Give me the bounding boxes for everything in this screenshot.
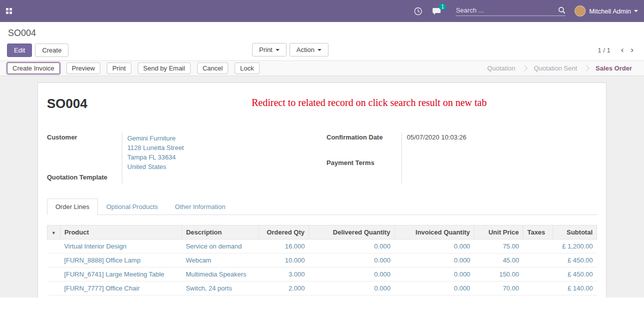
confirmation-date-value: 05/07/2020 10:03:26 (401, 132, 597, 158)
cell-unit_price[interactable]: 150.00 (474, 268, 523, 282)
print-label: Print (259, 46, 273, 54)
cell-invoiced_qty[interactable]: 0.000 (394, 240, 474, 254)
cell-product[interactable]: [FURN_8888] Office Lamp (60, 254, 182, 268)
column-toggle-header[interactable]: ▼ (47, 226, 60, 240)
cell-unit_price[interactable]: 75.00 (474, 240, 523, 254)
order-line-row[interactable]: [FURN_7777] Office ChairSwitch, 24 ports… (47, 282, 597, 296)
center-actions: Print Action (252, 43, 328, 56)
quotation-template-value[interactable] (122, 172, 318, 184)
cell-description[interactable]: Service on demand (182, 240, 259, 254)
cell-taxes[interactable] (523, 254, 553, 268)
cell-product[interactable]: [FURN_6741] Large Meeting Table (60, 268, 182, 282)
action-label: Action (297, 46, 315, 54)
activities-clock-icon[interactable] (414, 7, 422, 16)
payment-terms-label: Payment Terms (326, 158, 401, 184)
header-product[interactable]: Product (60, 226, 182, 240)
cell-description[interactable]: Multimedia Speakers (182, 268, 259, 282)
cell-delivered_qty[interactable]: 0.000 (309, 254, 395, 268)
tab-order-lines[interactable]: Order Lines (47, 198, 98, 215)
customer-street[interactable]: 1128 Lunetta Street (127, 143, 318, 152)
row-handle (47, 254, 60, 268)
order-line-row[interactable]: Virtual Interior DesignService on demand… (47, 240, 597, 254)
cell-delivered_qty[interactable]: 0.000 (309, 240, 395, 254)
preview-button[interactable]: Preview (66, 62, 100, 74)
field-group-right: Confirmation Date 05/07/2020 10:03:26 Pa… (326, 132, 597, 184)
cell-ordered_qty[interactable]: 3.000 (259, 268, 309, 282)
edit-button[interactable]: Edit (7, 44, 32, 57)
messages-icon[interactable]: 1 (432, 7, 442, 16)
cell-delivered_qty[interactable]: 0.000 (309, 268, 395, 282)
header-taxes[interactable]: Taxes (523, 226, 553, 240)
cell-unit_price[interactable]: 70.00 (474, 282, 523, 296)
cell-subtotal[interactable]: £ 140.00 (553, 282, 597, 296)
header-delivered-qty[interactable]: Delivered Quantity (309, 226, 395, 240)
row-handle (47, 282, 60, 296)
status-quotation-sent[interactable]: Quotation Sent (526, 64, 585, 72)
chevron-down-icon (318, 49, 322, 51)
create-invoice-button[interactable]: Create Invoice (7, 62, 60, 74)
cell-invoiced_qty[interactable]: 0.000 (394, 268, 474, 282)
search-input[interactable] (456, 6, 558, 14)
order-line-row[interactable]: [FURN_8888] Office LampWebcam10.0000.000… (47, 254, 597, 268)
confirmation-date-label: Confirmation Date (326, 132, 401, 158)
topbar: 1 Mitchell Admin (0, 0, 644, 22)
cell-ordered_qty[interactable]: 2.000 (259, 282, 309, 296)
cell-ordered_qty[interactable]: 16.000 (259, 240, 309, 254)
create-button[interactable]: Create (35, 44, 68, 57)
breadcrumb[interactable]: SO004 (8, 28, 36, 38)
cell-delivered_qty[interactable]: 0.000 (309, 282, 395, 296)
send-by-email-button[interactable]: Send by Email (138, 62, 191, 74)
print-button[interactable]: Print (107, 62, 131, 74)
form-sheet: SO004 Redirect to related record on clic… (37, 82, 607, 298)
cell-description[interactable]: Switch, 24 ports (182, 282, 259, 296)
user-menu[interactable]: Mitchell Admin (575, 6, 638, 16)
status-sales-order[interactable]: Sales Order (588, 64, 640, 72)
action-dropdown-button[interactable]: Action (290, 43, 328, 56)
notebook-tabs: Order Lines Optional Products Other Info… (47, 198, 597, 215)
cell-product[interactable]: [FURN_7777] Office Chair (60, 282, 182, 296)
cell-invoiced_qty[interactable]: 0.000 (394, 282, 474, 296)
row-handle (47, 240, 60, 254)
header-subtotal[interactable]: Subtotal (553, 226, 597, 240)
order-line-row[interactable]: [FURN_6741] Large Meeting TableMultimedi… (47, 268, 597, 282)
tab-optional-products[interactable]: Optional Products (98, 198, 166, 215)
customer-country[interactable]: United States (127, 162, 318, 172)
table-header-row: ▼ Product Description Ordered Qty Delive… (47, 226, 597, 240)
cell-ordered_qty[interactable]: 10.000 (259, 254, 309, 268)
cell-subtotal[interactable]: £ 450.00 (553, 268, 597, 282)
pager-next-button[interactable]: › (627, 45, 637, 55)
chevron-down-icon (634, 10, 638, 12)
status-pipeline: Quotation Quotation Sent Sales Order (479, 61, 644, 76)
customer-city[interactable]: Tampa FL 33634 (127, 152, 318, 162)
pager-count: 1 / 1 (598, 46, 610, 54)
customer-name-link[interactable]: Gemini Furniture (127, 134, 318, 143)
cell-subtotal[interactable]: £ 1,200.00 (553, 240, 597, 254)
tab-other-information[interactable]: Other Information (166, 198, 234, 215)
field-groups: Customer Gemini Furniture 1128 Lunetta S… (47, 132, 597, 184)
header-invoiced-qty[interactable]: Invoiced Quantity (394, 226, 474, 240)
cell-product[interactable]: Virtual Interior Design (60, 240, 182, 254)
cancel-button[interactable]: Cancel (197, 62, 228, 74)
row-handle (47, 268, 60, 282)
statusbar: Create Invoice Preview Print Send by Ema… (0, 60, 644, 76)
apps-menu-icon[interactable] (6, 8, 12, 14)
cell-taxes[interactable] (523, 268, 553, 282)
print-dropdown-button[interactable]: Print (252, 43, 287, 56)
cell-taxes[interactable] (523, 240, 553, 254)
cell-taxes[interactable] (523, 282, 553, 296)
payment-terms-value[interactable] (401, 158, 597, 184)
cell-subtotal[interactable]: £ 450.00 (553, 254, 597, 268)
cell-description[interactable]: Webcam (182, 254, 259, 268)
user-name: Mitchell Admin (589, 8, 631, 15)
pager-previous-button[interactable]: ‹ (618, 45, 628, 55)
search-icon[interactable] (558, 6, 566, 14)
annotation-text: Redirect to related record on click sear… (252, 97, 487, 108)
status-quotation[interactable]: Quotation (479, 64, 523, 72)
cell-invoiced_qty[interactable]: 0.000 (394, 254, 474, 268)
header-description[interactable]: Description (182, 226, 259, 240)
lock-button[interactable]: Lock (235, 62, 259, 74)
cell-unit_price[interactable]: 45.00 (474, 254, 523, 268)
header-unit-price[interactable]: Unit Price (474, 226, 523, 240)
header-ordered-qty[interactable]: Ordered Qty (259, 226, 309, 240)
control-panel: Edit Create Print Action 1 / 1 ‹ › (0, 40, 644, 60)
